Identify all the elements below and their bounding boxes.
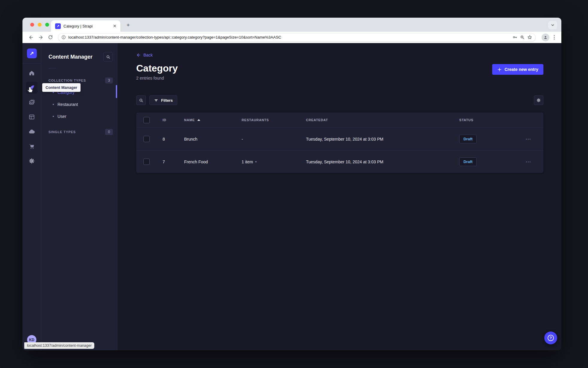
bookmark-star-icon[interactable] (527, 35, 532, 40)
row-checkbox[interactable] (143, 136, 150, 142)
row-actions-button[interactable]: ⋯ (525, 138, 531, 141)
sidebar-item-marketplace[interactable] (22, 139, 41, 153)
divider (49, 68, 56, 69)
select-all-checkbox[interactable] (143, 117, 150, 123)
browser-status-bar: localhost:1337/admin/content-manager (24, 342, 94, 349)
cart-icon (28, 143, 35, 150)
single-types-count-badge: 0 (105, 129, 113, 135)
column-header-id[interactable]: ID (155, 118, 177, 122)
bullet-icon (53, 116, 54, 117)
browser-menu-icon[interactable]: ⋮ (551, 34, 558, 40)
column-header-createdat[interactable]: CREATEDAT (299, 118, 452, 122)
tab-close-icon[interactable]: ✕ (112, 23, 117, 29)
table-search-button[interactable] (136, 95, 146, 105)
strapi-favicon-icon: ↗ (55, 23, 61, 29)
cell-name: Brunch (177, 137, 234, 142)
cell-createdat: Tuesday, September 10, 2024 at 3:03 PM (299, 159, 452, 164)
strapi-app: ↗ (22, 43, 561, 350)
sidebar-item-media-library[interactable] (22, 95, 41, 110)
password-key-icon[interactable] (512, 35, 517, 40)
new-tab-button[interactable]: + (124, 21, 132, 29)
cell-id: 8 (155, 137, 177, 142)
subnav-item-restaurant[interactable]: Restaurant (41, 98, 117, 110)
cell-createdat: Tuesday, September 10, 2024 at 3:03 PM (299, 137, 452, 142)
strapi-logo-icon: ↗ (27, 48, 37, 58)
bullet-icon (53, 104, 54, 105)
status-badge: Draft (459, 157, 477, 166)
window-controls (30, 23, 49, 27)
column-header-name[interactable]: NAME (177, 118, 234, 122)
zoom-page-icon[interactable] (520, 35, 525, 40)
strapi-logo[interactable]: ↗ (22, 43, 41, 64)
plus-icon (497, 67, 502, 72)
browser-toolbar: localhost:1337/admin/content-manager/col… (22, 32, 561, 43)
filter-icon (154, 98, 158, 103)
url-text[interactable]: localhost:1337/admin/content-manager/col… (68, 35, 510, 39)
gear-icon (28, 158, 35, 164)
media-library-icon (28, 99, 35, 106)
search-icon (106, 55, 110, 59)
browser-window: ↗ Category | Strapi ✕ + localhost:1337/a… (22, 18, 561, 350)
row-checkbox[interactable] (143, 159, 150, 165)
back-label: Back (143, 53, 153, 57)
table-actions-row: Filters (136, 95, 543, 105)
cell-name: French Food (177, 159, 234, 164)
minimize-window-button[interactable] (38, 23, 42, 27)
active-item-indicator (116, 85, 117, 98)
sidebar-item-settings[interactable] (22, 153, 41, 168)
back-link[interactable]: Back (136, 53, 153, 57)
bullet-icon (53, 92, 54, 93)
url-bar[interactable]: localhost:1337/admin/content-manager/col… (58, 33, 536, 42)
sidebar-item-content-type-builder[interactable] (22, 110, 41, 124)
subnav-item-user[interactable]: User (41, 110, 117, 122)
home-icon (28, 70, 35, 76)
cell-restaurants[interactable]: 1 item ▾ (234, 159, 299, 164)
main-sidebar: ↗ (22, 43, 41, 350)
column-header-restaurants[interactable]: RESTAURANTS (234, 118, 299, 122)
table-row[interactable]: 7 French Food 1 item ▾ Tuesday, Septembe… (136, 150, 543, 173)
table-header-row: ID NAME RESTAURANTS CREATEDAT STATUS (136, 112, 543, 127)
table-row[interactable]: 8 Brunch - Tuesday, September 10, 2024 a… (136, 127, 543, 150)
tab-title: Category | Strapi (63, 24, 109, 28)
subnav-search-button[interactable] (103, 52, 113, 62)
close-window-button[interactable] (30, 23, 34, 27)
subnav-item-label: Restaurant (57, 102, 78, 107)
create-button-label: Create new entry (504, 67, 538, 72)
subnav-item-label: User (57, 114, 66, 119)
single-types-section: SINGLE TYPES 0 (41, 128, 117, 136)
cell-id: 7 (155, 159, 177, 164)
sidebar-item-cloud[interactable] (22, 124, 41, 139)
forward-nav-icon[interactable] (37, 33, 45, 42)
entries-table: ID NAME RESTAURANTS CREATEDAT STATUS 8 B… (136, 112, 543, 173)
tab-search-chevron-icon[interactable] (548, 21, 557, 29)
maximize-window-button[interactable] (45, 23, 49, 27)
browser-profile-icon[interactable] (542, 34, 549, 41)
content-manager-icon (26, 82, 38, 94)
content-manager-tooltip: Content Manager (42, 83, 81, 92)
row-actions-button[interactable]: ⋯ (525, 160, 531, 163)
gear-icon (536, 98, 541, 103)
browser-tab-strip: ↗ Category | Strapi ✕ + (22, 18, 561, 32)
sidebar-item-content-manager[interactable] (22, 80, 41, 95)
content-type-builder-icon (28, 114, 35, 120)
reload-icon[interactable] (46, 33, 54, 42)
entries-count: 2 entries found (136, 76, 543, 80)
collection-types-count-badge: 3 (105, 77, 113, 83)
filters-label: Filters (161, 98, 173, 103)
main-content: Back Category 2 entries found Create new… (117, 43, 561, 350)
column-label: NAME (184, 118, 195, 122)
section-label: SINGLE TYPES (49, 130, 76, 134)
table-settings-button[interactable] (534, 95, 543, 105)
help-button[interactable]: ? (544, 331, 557, 344)
column-header-status[interactable]: STATUS (452, 118, 512, 122)
site-info-icon[interactable] (61, 35, 66, 39)
search-icon (139, 98, 143, 103)
browser-tab[interactable]: ↗ Category | Strapi ✕ (51, 20, 120, 32)
filters-button[interactable]: Filters (149, 95, 177, 105)
back-nav-icon[interactable] (27, 33, 35, 42)
cloud-icon (28, 128, 35, 135)
arrow-left-icon (136, 53, 141, 57)
sidebar-item-home[interactable] (22, 66, 41, 80)
create-new-entry-button[interactable]: Create new entry (492, 64, 543, 75)
chevron-down-icon: ▾ (255, 160, 257, 163)
